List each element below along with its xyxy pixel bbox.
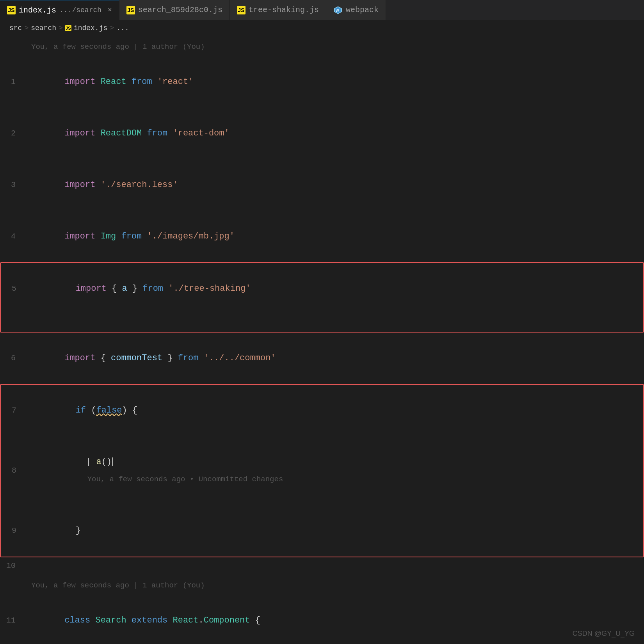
code-content-4: import Img from './images/mb.jpg' — [27, 211, 644, 262]
line-number-5: 5 — [1, 280, 24, 297]
code-editor[interactable]: You, a few seconds ago | 1 author (You) … — [0, 36, 644, 644]
red-border-group-2: 7 if (false) { 8 | a() You, a few second… — [0, 384, 644, 557]
breadcrumb: src > search > JS index.js > ... — [0, 20, 644, 36]
breadcrumb-js-icon: JS — [65, 25, 71, 31]
code-content-5: import { a } from './tree-shaking' — [28, 263, 643, 315]
code-line-9[interactable]: 9 } — [1, 505, 643, 557]
tab-label-2: search_859d28c0.js — [138, 5, 222, 14]
code-line-6-outside[interactable] — [1, 315, 643, 332]
code-line-8[interactable]: 8 | a() You, a few seconds ago • Uncommi… — [1, 436, 643, 505]
code-line-10[interactable]: 10 — [0, 557, 644, 575]
watermark: CSDN @GY_U_YG — [573, 630, 635, 638]
code-line-7[interactable]: 7 if (false) { — [1, 385, 643, 436]
line-number-7: 7 — [1, 402, 24, 419]
svg-text:W: W — [336, 9, 339, 12]
webpack-icon: W — [333, 5, 343, 15]
code-line-11[interactable]: 11 class Search extends React.Component … — [0, 595, 644, 644]
code-content-1: import React from 'react' — [27, 56, 644, 108]
code-line-4[interactable]: 4 import Img from './images/mb.jpg' — [0, 211, 644, 262]
breadcrumb-ellipsis: ... — [116, 24, 129, 32]
code-line-6[interactable]: 6 import { commonTest } from '../../comm… — [0, 333, 644, 384]
tab-index-js[interactable]: JS index.js .../search × — [0, 0, 119, 20]
code-line-2[interactable]: 2 import ReactDOM from 'react-dom' — [0, 108, 644, 159]
code-content-11: class Search extends React.Component { — [27, 595, 644, 644]
line-number-11: 11 — [0, 612, 23, 629]
js-icon-3: JS — [237, 6, 246, 14]
blame-annotation-2: You, a few seconds ago | 1 author (You) — [0, 575, 644, 595]
tab-tree-shaking[interactable]: JS tree-shaking.js — [230, 0, 326, 20]
js-icon: JS — [7, 6, 16, 14]
code-line-5[interactable]: 5 import { a } from './tree-shaking' — [1, 263, 643, 315]
code-content-9: } — [28, 505, 643, 557]
inline-blame: You, a few seconds ago • Uncommitted cha… — [76, 475, 283, 484]
breadcrumb-sep-1: > — [24, 24, 28, 32]
line-number-6: 6 — [0, 350, 23, 367]
js-icon-2: JS — [126, 6, 135, 14]
breadcrumb-src[interactable]: src — [9, 24, 22, 32]
tab-path: .../search — [59, 6, 101, 14]
code-content-3: import './search.less' — [27, 159, 644, 211]
close-tab-button[interactable]: × — [108, 6, 112, 14]
code-content-6: import { commonTest } from '../../common… — [27, 333, 644, 384]
red-border-group: 5 import { a } from './tree-shaking' — [0, 262, 644, 333]
line-number-10: 10 — [0, 557, 23, 575]
tab-webpack[interactable]: W webpack — [326, 0, 386, 20]
line-number-8: 8 — [1, 462, 24, 479]
line-number-9: 9 — [1, 522, 24, 539]
line-number-4: 4 — [0, 228, 23, 245]
line-number-2: 2 — [0, 125, 23, 142]
blame-annotation-1: You, a few seconds ago | 1 author (You) — [0, 36, 644, 56]
tab-search-chunk[interactable]: JS search_859d28c0.js — [119, 0, 230, 20]
code-content-10 — [27, 557, 644, 575]
line-number-1: 1 — [0, 73, 23, 91]
code-content-2: import ReactDOM from 'react-dom' — [27, 108, 644, 159]
line-number-3: 3 — [0, 176, 23, 194]
breadcrumb-sep-3: > — [110, 24, 114, 32]
tab-label: index.js — [19, 6, 56, 15]
code-content-8: | a() You, a few seconds ago • Uncommitt… — [28, 436, 643, 505]
tab-bar: JS index.js .../search × JS search_859d2… — [0, 0, 644, 20]
code-line-1[interactable]: 1 import React from 'react' — [0, 56, 644, 108]
code-line-3[interactable]: 3 import './search.less' — [0, 159, 644, 211]
tab-label-4: webpack — [346, 5, 379, 14]
breadcrumb-sep-2: > — [59, 24, 63, 32]
tab-label-3: tree-shaking.js — [249, 5, 319, 14]
breadcrumb-file[interactable]: index.js — [74, 24, 107, 32]
breadcrumb-search[interactable]: search — [31, 24, 56, 32]
code-content-7: if (false) { — [28, 385, 643, 436]
